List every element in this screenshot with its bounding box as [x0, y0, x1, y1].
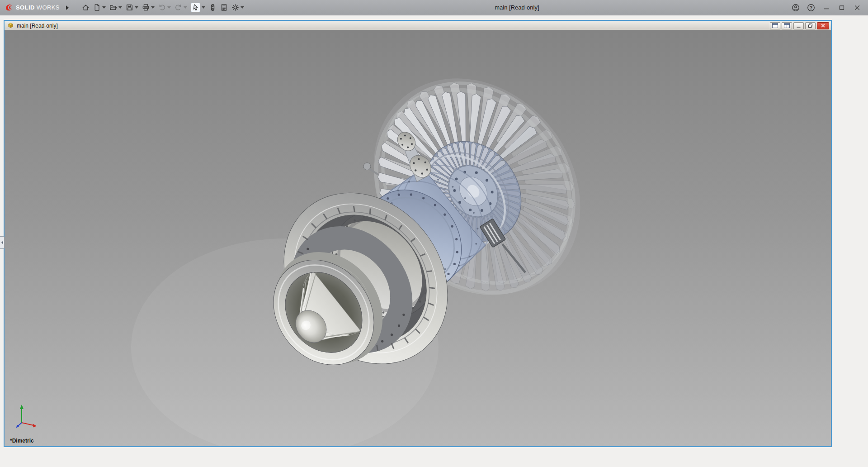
help-icon: ? [807, 4, 815, 12]
new-document-button[interactable] [92, 1, 107, 14]
home-icon [82, 4, 90, 11]
svg-text:?: ? [810, 5, 812, 10]
assembly-document-icon [7, 22, 14, 29]
close-icon [854, 5, 860, 10]
account-button[interactable] [788, 0, 803, 15]
collapse-chevron-icon [1, 241, 3, 244]
undo-dropdown-caret[interactable] [167, 6, 171, 9]
minimize-app-button[interactable] [819, 0, 834, 15]
solidworks-swirl-icon [5, 3, 14, 12]
brand-text-light: WORKS [37, 4, 60, 11]
graphics-viewport[interactable]: *Dimetric [5, 30, 831, 446]
maximize-app-button[interactable] [835, 0, 849, 15]
quick-access-toolbar [80, 1, 245, 14]
open-dropdown-caret[interactable] [118, 6, 122, 9]
print-icon [142, 4, 150, 11]
file-properties-button[interactable] [219, 1, 229, 14]
new-document-dropdown-caret[interactable] [102, 6, 106, 9]
options-dropdown-caret[interactable] [241, 6, 244, 9]
restore-document-icon [808, 23, 813, 28]
tile-window-button[interactable] [770, 22, 780, 29]
redo-dropdown-caret[interactable] [184, 6, 187, 9]
document-window-controls [770, 22, 829, 29]
save-dropdown-caret[interactable] [135, 6, 138, 9]
rebuild-button[interactable] [208, 1, 218, 14]
options-gear-icon [231, 4, 239, 11]
app-window-controls: ? [788, 0, 868, 15]
close-document-button[interactable] [817, 22, 829, 29]
close-app-button[interactable] [850, 0, 864, 15]
solidworks-app: SOLIDWORKS [0, 0, 868, 467]
triad-z-axis [16, 423, 22, 428]
workspace: main [Read-only] [0, 15, 868, 467]
undo-button[interactable] [157, 1, 172, 14]
tile-window-split-button[interactable] [782, 22, 792, 29]
document-titlebar[interactable]: main [Read-only] [5, 21, 831, 31]
minimize-document-icon [796, 23, 801, 28]
open-button[interactable] [108, 1, 123, 14]
reference-triad[interactable] [15, 402, 41, 428]
menu-expand-arrow[interactable] [66, 5, 69, 10]
print-button[interactable] [141, 1, 156, 14]
account-icon [792, 4, 800, 12]
undo-icon [158, 4, 166, 11]
window-title: main [Read-only] [245, 4, 788, 11]
save-button[interactable] [124, 1, 140, 14]
triad-x-axis [22, 423, 37, 428]
maximize-icon [839, 5, 844, 10]
tile-window-icon [772, 23, 778, 29]
minimize-document-button[interactable] [793, 22, 804, 29]
print-dropdown-caret[interactable] [151, 6, 155, 9]
select-cursor-icon [192, 4, 199, 11]
new-document-icon [93, 4, 101, 11]
redo-icon [175, 4, 182, 11]
home-button[interactable] [80, 1, 91, 14]
document-title: main [Read-only] [17, 23, 767, 29]
open-folder-icon [109, 4, 117, 11]
file-properties-icon [220, 4, 228, 11]
rebuild-traffic-light-icon [209, 4, 217, 11]
brand-text-bold: SOLID [16, 4, 35, 11]
view-orientation-label: *Dimetric [10, 438, 34, 444]
solidworks-logo[interactable]: SOLIDWORKS [5, 3, 60, 12]
app-titlebar: SOLIDWORKS [0, 0, 868, 15]
select-dropdown-caret[interactable] [202, 6, 205, 9]
select-button[interactable] [189, 1, 207, 14]
minimize-icon [824, 5, 829, 10]
tile-window-split-icon [784, 23, 790, 29]
collapsed-pane-tab[interactable] [0, 236, 5, 249]
save-icon [126, 4, 133, 11]
document-window: main [Read-only] [4, 20, 832, 447]
triad-y-axis [20, 405, 24, 423]
options-button[interactable] [230, 1, 245, 14]
redo-button[interactable] [173, 1, 189, 14]
restore-document-button[interactable] [805, 22, 816, 29]
close-document-icon [821, 23, 826, 28]
help-button[interactable]: ? [804, 0, 818, 15]
engine-model[interactable] [5, 30, 831, 446]
